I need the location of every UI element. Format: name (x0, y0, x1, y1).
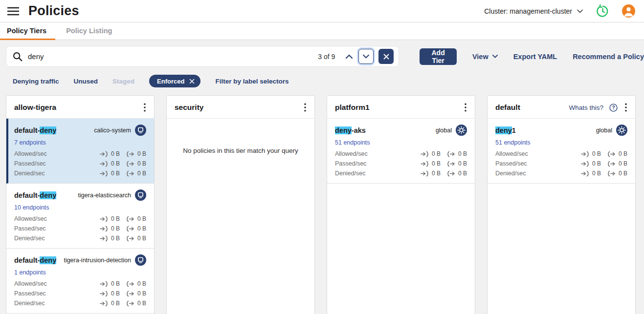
search-highlight: deny (40, 126, 56, 134)
stat-row: Allowed/sec0 B0 B (14, 149, 146, 159)
kebab-menu-icon[interactable] (463, 103, 468, 112)
stat-value: 0 B (592, 170, 601, 177)
ingress-arrow-icon (581, 151, 590, 157)
question-circle-icon[interactable]: ? (609, 104, 618, 112)
ingress-arrow-icon (100, 300, 109, 307)
add-tier-button[interactable]: Add Tier (420, 48, 457, 65)
endpoints-link[interactable]: 10 endpoints (14, 204, 146, 211)
egress-arrow-icon (126, 300, 135, 307)
scope-label: tigera-intrusion-detection (64, 257, 131, 264)
scope-label: tigera-elasticsearch (78, 192, 131, 199)
stat-value: 0 B (111, 300, 120, 307)
filter-denying-traffic[interactable]: Denying traffic (13, 78, 59, 85)
whats-this-link[interactable]: Whats this? (569, 104, 603, 111)
kebab-menu-icon[interactable] (623, 103, 628, 112)
namespace-icon (135, 254, 146, 266)
search-icon (12, 51, 23, 62)
egress-arrow-icon (607, 151, 616, 157)
egress-arrow-icon (447, 170, 456, 177)
stat-row: Passed/sec0 B0 B (14, 224, 146, 233)
egress-arrow-icon (607, 161, 616, 167)
policy-scope: tigera-elasticsearch (78, 189, 146, 201)
policy-name: deny-aks (335, 126, 366, 134)
endpoints-link[interactable]: 51 endpoints (335, 139, 467, 146)
stat-row: Denied/sec0 B0 B (495, 168, 627, 178)
namespace-icon (135, 189, 146, 201)
previous-match-button[interactable] (343, 50, 355, 63)
ingress-arrow-icon (100, 216, 109, 222)
stat-label: Passed/sec (14, 225, 46, 232)
view-dropdown-label: View (472, 53, 489, 61)
scope-label: global (436, 127, 452, 134)
topbar-right: Cluster: management-cluster (484, 4, 635, 18)
recommend-policy-button[interactable]: Recommend a Policy (573, 53, 644, 61)
stat-value: 0 B (137, 170, 146, 177)
stat-value: 0 B (137, 235, 146, 242)
stat-label: Allowed/sec (14, 215, 47, 222)
stat-value: 0 B (137, 160, 146, 167)
ingress-arrow-icon (100, 226, 109, 232)
tier-name: security (175, 103, 203, 112)
stat-label: Passed/sec (14, 160, 46, 167)
toolbar-actions: Add Tier View Export YAML Recommend a Po… (420, 48, 644, 65)
policy-scope: global (596, 125, 627, 136)
stat-value: 0 B (111, 225, 120, 232)
egress-arrow-icon (126, 216, 135, 222)
view-dropdown[interactable]: View (472, 53, 498, 61)
stat-value: 0 B (137, 280, 146, 287)
stat-row: Denied/sec0 B0 B (335, 168, 467, 178)
egress-arrow-icon (126, 161, 135, 167)
stat-value: 0 B (111, 215, 120, 222)
tab-policy-tiers[interactable]: Policy Tiers (6, 22, 47, 40)
chevron-up-icon (345, 54, 353, 59)
user-avatar-icon[interactable] (622, 4, 635, 18)
search-input[interactable] (28, 52, 318, 61)
kebab-menu-icon[interactable] (142, 103, 147, 112)
next-match-button[interactable] (358, 49, 374, 64)
endpoints-link[interactable]: 7 endpoints (14, 139, 146, 146)
tier-column-platform1: platform1deny-aksglobal51 endpointsAllow… (327, 95, 475, 314)
close-icon[interactable] (189, 79, 195, 84)
egress-arrow-icon (126, 281, 135, 287)
policy-card[interactable]: default-denycalico-system7 endpointsAllo… (6, 119, 154, 184)
endpoints-link[interactable]: 51 endpoints (495, 139, 627, 146)
filter-staged[interactable]: Staged (112, 78, 134, 85)
endpoints-link[interactable]: 1 endpoints (14, 269, 146, 276)
stat-label: Passed/sec (335, 160, 367, 167)
stat-row: Allowed/sec0 B0 B (335, 149, 467, 159)
filter-by-label-selectors[interactable]: Filter by label selectors (215, 78, 289, 85)
stat-label: Denied/sec (14, 235, 45, 242)
stat-value: 0 B (111, 290, 120, 297)
tabbar: Policy Tiers Policy Listing (0, 22, 644, 40)
cluster-selector-label: Cluster: management-cluster (484, 7, 572, 15)
stat-row: Allowed/sec0 B0 B (14, 279, 146, 289)
policy-card[interactable]: deny1global51 endpointsAllowed/sec0 B0 B… (488, 119, 635, 184)
egress-arrow-icon (126, 151, 135, 157)
export-yaml-button[interactable]: Export YAML (513, 53, 557, 61)
search-highlight: deny (40, 191, 56, 199)
stat-value: 0 B (432, 160, 441, 167)
namespace-icon (135, 125, 146, 136)
empty-tier-message: No policies in this tier match your quer… (167, 119, 314, 154)
policy-card[interactable]: default-denytigera-intrusion-detection1 … (6, 249, 154, 314)
tab-policy-listing[interactable]: Policy Listing (65, 22, 113, 40)
filter-chip-enforced[interactable]: Enforced (149, 75, 200, 87)
search-box: 3 of 9 (6, 46, 399, 67)
page-title: Policies (28, 3, 79, 19)
hamburger-menu-icon[interactable] (7, 5, 20, 18)
kebab-menu-icon[interactable] (303, 103, 308, 112)
cluster-selector[interactable]: Cluster: management-cluster (484, 7, 583, 15)
stat-label: Allowed/sec (14, 150, 47, 157)
egress-arrow-icon (126, 226, 135, 232)
policy-card[interactable]: deny-aksglobal51 endpointsAllowed/sec0 B… (327, 119, 475, 184)
policy-card[interactable]: default-denytigera-elasticsearch10 endpo… (6, 184, 154, 249)
policy-scope: calico-system (94, 125, 146, 136)
clear-search-button[interactable] (378, 49, 394, 64)
history-icon[interactable] (596, 4, 609, 18)
stat-value: 0 B (111, 280, 120, 287)
filter-row: Denying traffic Unused Staged Enforced F… (13, 75, 644, 87)
stat-value: 0 B (458, 170, 467, 177)
ingress-arrow-icon (421, 161, 429, 167)
stat-value: 0 B (458, 150, 467, 157)
filter-unused[interactable]: Unused (74, 78, 98, 85)
